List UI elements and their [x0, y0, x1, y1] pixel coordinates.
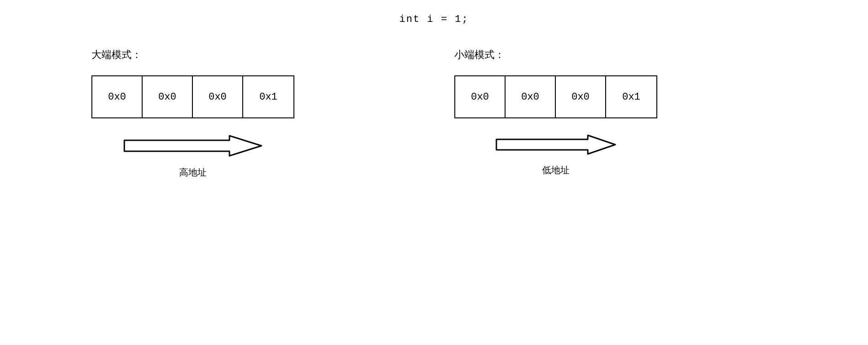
big-endian-arrow-container [120, 132, 266, 159]
page: int i = 1; 大端模式： 0x0 0x0 0x0 0x1 高地址 [0, 0, 868, 345]
code-text: int i = 1; [399, 14, 469, 25]
big-endian-diagram: 大端模式： 0x0 0x0 0x0 0x1 高地址 [91, 48, 294, 179]
code-line: int i = 1; [0, 14, 868, 25]
little-endian-arrow-icon [492, 132, 620, 157]
little-endian-cells: 0x0 0x0 0x0 0x1 [454, 75, 657, 118]
big-endian-cell-3: 0x1 [243, 76, 293, 117]
svg-marker-0 [124, 136, 261, 156]
diagrams-container: 大端模式： 0x0 0x0 0x0 0x1 高地址 小端模式： 0x0 0x [0, 48, 868, 179]
big-endian-cell-0: 0x0 [92, 76, 143, 117]
little-endian-diagram: 小端模式： 0x0 0x0 0x0 0x1 低地址 [454, 48, 657, 176]
little-endian-label: 小端模式： [454, 48, 505, 62]
big-endian-cell-1: 0x0 [143, 76, 193, 117]
big-endian-cells: 0x0 0x0 0x0 0x1 [91, 75, 294, 118]
big-endian-arrow-icon [120, 132, 266, 159]
little-endian-cell-3: 0x1 [606, 76, 656, 117]
big-endian-address: 高地址 [179, 166, 207, 179]
little-endian-cell-2: 0x0 [556, 76, 606, 117]
svg-marker-1 [496, 135, 615, 154]
big-endian-label: 大端模式： [91, 48, 142, 62]
little-endian-cell-0: 0x0 [455, 76, 506, 117]
little-endian-address: 低地址 [542, 164, 570, 176]
big-endian-cell-2: 0x0 [193, 76, 243, 117]
little-endian-cell-1: 0x0 [506, 76, 556, 117]
little-endian-arrow-container [492, 132, 620, 157]
